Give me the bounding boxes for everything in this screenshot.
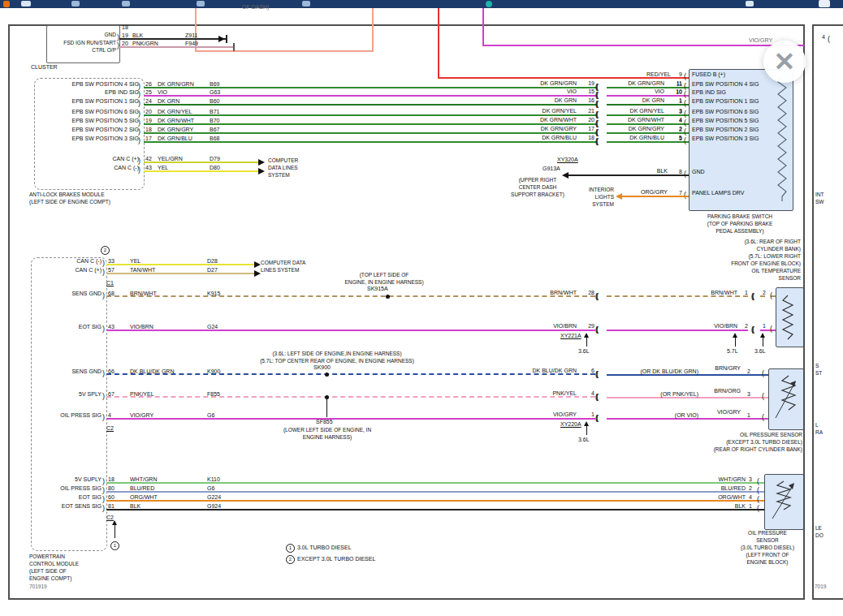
engine-variant-label: 3.6L (754, 348, 766, 355)
wire-color-label: VIO/BRN (484, 323, 577, 330)
wire-segment (482, 45, 804, 46)
module-pin-label: EPB SW POSITION 5 SIG (692, 118, 759, 124)
wire-color-label: VIO (484, 88, 577, 95)
module-pin-label: EPB IND SIG (692, 89, 726, 96)
diagram-viewer: OF DASH) RED/YEL VIO/GRY CLUSTER GND FSD… (0, 0, 843, 616)
pin-socket: ( (684, 73, 686, 80)
pin-number: 18 (581, 135, 594, 141)
module-caption-line: POWERTRAIN (29, 553, 79, 560)
pin-socket: ) (102, 478, 105, 485)
pin-socket: ( (770, 292, 772, 299)
splice-location: (TOP LEFT SIDE OF ENGINE, IN ENGINE HARN… (323, 271, 445, 286)
sensor-caption: OIL PRESSURE SENSOR (EXCEPT 3.0L TURBO D… (714, 431, 802, 453)
toolbar-icon[interactable] (819, 0, 830, 7)
partial-label: RA (815, 429, 823, 436)
toolbar-icon[interactable] (197, 1, 205, 6)
partial-label: LE (815, 525, 822, 532)
wire-color-label: BRN/WHT (484, 290, 577, 296)
sensor-caption-line: (3.0L TURBO DIESEL) (723, 544, 812, 551)
inline-connector-icon: (( (595, 326, 597, 334)
browser-icon[interactable] (3, 1, 10, 7)
system-arrow-icon (254, 261, 261, 268)
wire-color-label: DK GRN/BLU (484, 135, 577, 141)
pin-number: 2 (745, 323, 748, 330)
wire-segment (144, 123, 597, 125)
wire-segment (607, 132, 689, 134)
wire-color-label: BLK (735, 503, 746, 510)
pin-socket: ) (102, 325, 105, 333)
pin-socket: ) (102, 260, 105, 267)
wire-color-label: DK GRN/GRN (598, 80, 664, 87)
module-pin-label: 5V SUPLY (75, 476, 102, 483)
toolbar-icon[interactable] (746, 1, 754, 6)
connector-label: C2 (106, 425, 114, 432)
wire-color-label: DK GRN/GRN (484, 80, 577, 87)
pin-number: 2 (749, 485, 752, 492)
wire-segment (607, 330, 748, 331)
up-arrow-icon (584, 333, 589, 338)
pin-socket: ) (138, 100, 140, 107)
footnote-circle: 2 (101, 246, 110, 255)
connector-label: XY221A (560, 333, 581, 339)
wire-mid-label: VIO/GRY1 (484, 411, 594, 418)
pin-socket: ) (138, 128, 140, 136)
inline-connector-icon: (( (595, 371, 597, 378)
module-pin-label: EPB SW POSITION 2 SIG (692, 127, 759, 133)
wire-mid-label: DK GRN/GRY17 (484, 126, 594, 132)
toolbar-icon[interactable] (302, 1, 310, 6)
wire-segment (144, 132, 597, 134)
wire-right-label: VIO10 (598, 88, 682, 95)
up-arrow-icon (760, 333, 765, 338)
wire-segment (622, 196, 689, 197)
system-arrow-icon (616, 193, 622, 200)
wire-segment (195, 50, 374, 52)
status-icon (486, 1, 492, 7)
wire-color-label: DK GRN/WHT (598, 117, 664, 123)
module-pin-label: EOT SENS SIG (62, 503, 102, 510)
wire-segment (607, 104, 689, 106)
wire-mid-label: VIO/BRN29 (484, 323, 594, 330)
pin-socket: ( (828, 36, 830, 43)
splice-label: SF855 (316, 419, 333, 425)
sensor-caption-line: (REAR OF RIGHT CYLINDER BANK) (714, 446, 802, 453)
system-arrow-icon (258, 168, 265, 174)
wire-mid-label: DK GRN/BLU18 (484, 135, 594, 141)
wire-color-label: WHT/GRN (719, 476, 746, 483)
note-line: (5.7L: LOWER RIGHT (731, 252, 801, 260)
pin-socket: ) (138, 166, 140, 174)
module-pin-label: OIL PRESS SIG (60, 412, 102, 419)
module-pin-label: CAN C (-) (76, 258, 102, 265)
module-pin-label: PANEL LAMPS DRV (692, 190, 744, 196)
system-arrow-icon (254, 270, 261, 277)
pin-socket: ) (102, 292, 105, 299)
wire-mid-label: DK GRN16 (484, 97, 594, 104)
alt-wire-color-label: (OR PNK/YEL) (660, 391, 698, 398)
wire-right-label: DK GRN/GRN11 (598, 80, 682, 87)
wire-segment (106, 264, 254, 265)
engine-variant-label: 3.6L (578, 437, 590, 443)
harness-notes: (3.6L: LEFT SIDE OF ENGINE,IN ENGINE HAR… (231, 350, 443, 364)
pin-number: 1 (581, 411, 594, 418)
module-pin-label: CTRL O/P (92, 47, 116, 54)
toolbar-icon[interactable] (122, 1, 130, 6)
connector-label: XY220A (560, 421, 581, 428)
module-pin-label: SENS GND (71, 291, 102, 297)
wire-segment (106, 500, 764, 502)
pin-number: 16 (581, 97, 594, 104)
toolbar-icon[interactable] (71, 1, 80, 6)
inline-connector-icon: (( (595, 394, 597, 401)
toolbar-icon[interactable] (21, 1, 31, 6)
wire-mid-label: DK GRN/GRN19 (484, 80, 594, 87)
wire-segment (760, 295, 776, 297)
close-button[interactable]: ✕ (763, 41, 806, 83)
pin-socket: ) (138, 91, 140, 98)
module-caption: ANTI-LOCK BRAKES MODULE (29, 192, 104, 198)
pin-socket: ( (762, 393, 764, 400)
partial-label: INT (815, 192, 824, 198)
pin-socket: ( (762, 414, 764, 421)
inline-connector-icon: (( (595, 84, 597, 91)
partial-label: SW (815, 199, 824, 205)
partial-label: OF DASH) (242, 4, 269, 11)
pin-socket: ) (138, 137, 140, 144)
variable-resistor-symbol (772, 373, 798, 424)
